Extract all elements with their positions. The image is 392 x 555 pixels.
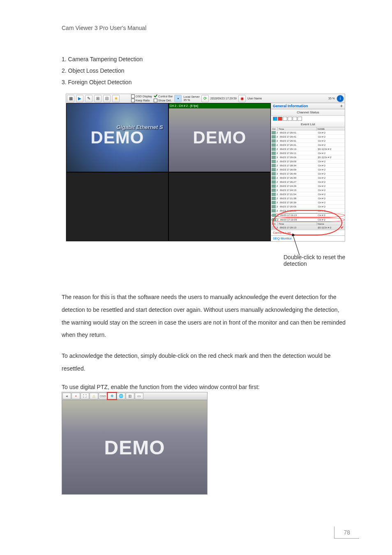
channel-box[interactable] — [278, 117, 282, 121]
pin-icon[interactable] — [340, 104, 343, 108]
event-row[interactable]: 209/23 17:26:27CH # 2 — [271, 180, 345, 184]
event-row[interactable]: 209/23 17:28:34CH # 2 — [271, 164, 345, 168]
video-tile-3[interactable] — [66, 172, 168, 241]
event-icon — [272, 152, 276, 155]
demo-watermark: DEMO — [104, 436, 165, 458]
event-row[interactable]: 209/23 17:26:49CH # 2 — [271, 172, 345, 176]
channel-box[interactable] — [288, 117, 292, 121]
event-row[interactable]: 209/23 17:24:29CH # 2 — [271, 184, 345, 188]
event-icon — [272, 193, 276, 196]
callout-text: Double-click to reset the detection — [284, 254, 362, 267]
list-item: 3. Foreign Object Detection — [62, 79, 347, 85]
event-icon — [272, 147, 276, 151]
paragraph-2: To acknowledge the detection, simply dou… — [62, 350, 347, 375]
control-bar-check[interactable]: Control Bar — [154, 94, 173, 98]
user-icon[interactable]: ◉ — [238, 95, 246, 102]
event-icon — [272, 214, 276, 217]
event-row[interactable]: 209/23 17:26:59CH # 2 — [271, 168, 345, 172]
event-row[interactable]: 209/23 17:21:54CH # 2 — [271, 192, 345, 196]
event-icon — [272, 156, 276, 159]
ptz-layout-button[interactable]: ▥ — [126, 393, 134, 399]
event-icon — [272, 205, 276, 208]
ptz-snapshot-button[interactable]: ⛶ — [81, 393, 89, 399]
event-row[interactable]: 209/23 17:21:38CH # 2 — [271, 196, 345, 200]
event-row[interactable]: 209/23 17:29:41CH # 2 — [271, 135, 345, 139]
event-list-title: Event List — [271, 122, 345, 127]
event-row[interactable]: 209/23 17:29:06[ID:1]CH # 2 — [271, 155, 345, 159]
refresh-button[interactable]: ⟳ — [201, 95, 209, 102]
video-tile-2[interactable]: CH 2 - CH # 2 - [6 fps] DEMO — [168, 103, 271, 172]
event-row[interactable]: 209/23 17:20:39CH # 2 — [271, 200, 345, 205]
event-row[interactable]: 209/23 17:19:13CH # 2 — [271, 213, 345, 217]
event-header: CH Time NAME — [271, 127, 345, 131]
ptz-prev-button[interactable]: ◂ — [62, 393, 71, 399]
osd-display-check[interactable]: OSD Display — [131, 94, 152, 98]
right-panel: General Information Channel Status 1 Eve… — [271, 103, 345, 241]
ptz-video-view[interactable]: DEMO — [62, 400, 208, 495]
event-icon — [272, 189, 276, 192]
ptz-record-button[interactable]: ▪ — [71, 393, 80, 399]
channel-box[interactable] — [297, 117, 302, 121]
video-tile-1[interactable]: Gigabit Ethernet S DEMO — [66, 103, 168, 172]
event-icon — [272, 218, 276, 221]
active-event-row[interactable]: 2 09/23 17:29:13 [ID:1]CH # 2 ✔ — [271, 226, 345, 230]
event-row[interactable]: 209/23 17:19:23CH # 2 — [271, 209, 345, 213]
event-row[interactable]: 209/23 17:19:03CH # 2 — [271, 218, 345, 222]
list-item: 1. Camera Tampering Detection — [62, 56, 347, 62]
video-grid: Gigabit Ethernet S DEMO CH 2 - CH # 2 - … — [66, 103, 271, 241]
event-row[interactable]: 209/23 17:29:31CH # 2 — [271, 139, 345, 143]
camera-list-tab[interactable]: Camera List — [271, 230, 345, 235]
channel-box[interactable] — [293, 117, 297, 121]
event-icon — [272, 139, 276, 143]
active-event-header: CH Time Name 2 09/23 17:29:13 [ID:1]CH #… — [271, 222, 345, 230]
demo-watermark: DEMO — [91, 128, 144, 147]
panel-title[interactable]: General Information — [271, 103, 345, 109]
channel-box[interactable] — [283, 117, 287, 121]
paragraph-1: The reason for this is that the software… — [62, 291, 347, 341]
event-row[interactable]: 209/23 17:24:13CH # 2 — [271, 188, 345, 192]
event-row[interactable]: 209/23 17:26:39CH # 2 — [271, 176, 345, 180]
keep-ratio-check[interactable]: Keep Ratio — [131, 99, 152, 102]
event-icon — [272, 135, 276, 138]
event-row[interactable]: 209/23 17:20:05CH # 2 — [271, 205, 345, 209]
channel-box[interactable]: 1 — [273, 117, 277, 121]
show-det-check[interactable]: Show Det.. — [154, 99, 173, 102]
event-icon — [272, 164, 276, 167]
tool-button[interactable]: ✎ — [85, 95, 92, 102]
play-button[interactable]: ▶ — [76, 95, 83, 102]
event-icon — [272, 143, 276, 147]
event-icon — [272, 160, 276, 163]
page-number: 78 — [334, 527, 359, 539]
event-row[interactable]: 209/23 17:29:11CH # 2 — [271, 151, 345, 155]
event-icon — [272, 131, 276, 134]
percent-b-label: 35 % — [328, 97, 335, 100]
seq-monitor-tab[interactable]: SEQ Monitor — [271, 235, 345, 241]
tile-header: CH 2 - CH # 2 - [6 fps] — [169, 104, 270, 108]
event-icon — [272, 176, 276, 180]
event-icon — [272, 184, 276, 188]
server-icon[interactable]: ▪ — [174, 95, 182, 102]
ptz-monitor-button[interactable]: ▭ — [135, 393, 143, 399]
event-row[interactable]: 209/23 17:29:51CH # 2 — [271, 131, 345, 135]
event-row[interactable]: 209/23 17:29:00CH # 2 — [271, 159, 345, 164]
event-row[interactable]: 209/23 17:29:13[ID:1]CH # 2 — [271, 147, 345, 151]
app-screenshot: ▦ ▶ ✎ ⊞ ⊟ ★ OSD Display Keep Ratio Contr… — [66, 94, 345, 242]
ptz-emap-button[interactable]: 🌐 — [117, 393, 125, 399]
layout-add-button[interactable]: ⊞ — [94, 95, 101, 102]
layout-grid-button[interactable]: ⊟ — [103, 95, 111, 102]
event-row[interactable]: 209/23 17:29:21CH # 2 — [271, 143, 345, 147]
ptz-digital-ptz-button[interactable]: ✥ — [108, 393, 116, 399]
event-rows: 209/23 17:29:51CH # 2209/23 17:29:41CH #… — [271, 131, 345, 222]
percent-a-label: 35 % — [183, 99, 199, 101]
channel-boxes: 1 — [271, 116, 345, 122]
info-button[interactable]: i — [337, 95, 344, 102]
event-icon — [272, 226, 276, 229]
ptz-warning-button[interactable]: △ — [90, 393, 98, 399]
red-check-icon[interactable]: ✔ — [341, 226, 344, 230]
video-tile-4[interactable] — [168, 172, 271, 241]
list-item: 2. Object Loss Detection — [62, 67, 347, 74]
layout-1-button[interactable]: ▦ — [67, 95, 74, 102]
app-toolbar: ▦ ▶ ✎ ⊞ ⊟ ★ OSD Display Keep Ratio Contr… — [66, 94, 345, 103]
favorite-button[interactable]: ★ — [112, 95, 120, 102]
ptz-osd-button[interactable]: OSD — [99, 393, 107, 399]
